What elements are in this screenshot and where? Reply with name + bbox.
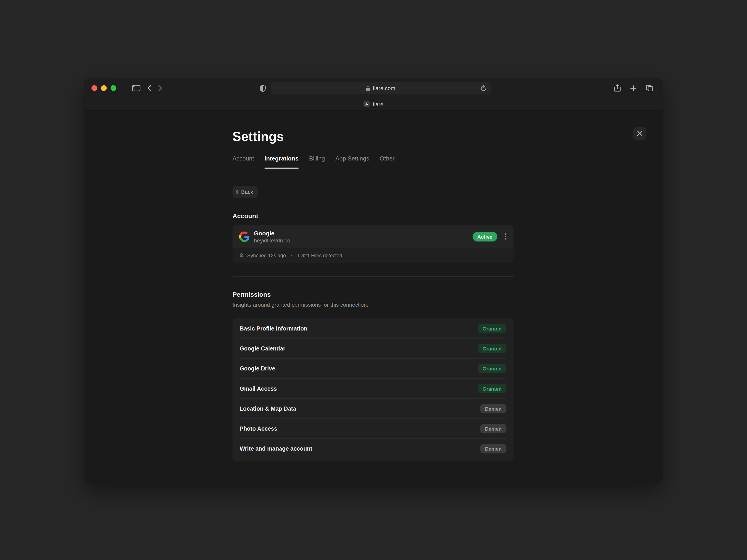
permissions-subtitle: Insights around granted permissions for … (232, 302, 368, 308)
tab-integrations[interactable]: Integrations (264, 155, 299, 168)
settings-tabs: Account Integrations Billing App Setting… (232, 155, 395, 168)
permission-row: Photo Access Denied (239, 419, 506, 438)
permission-status-badge: Denied (480, 444, 506, 454)
permission-label: Gmail Access (239, 385, 277, 392)
desktop: flare.com (0, 0, 747, 560)
settings-page: Settings Account Integrations Billing Ap… (84, 110, 663, 483)
tab-title: flare (372, 101, 383, 107)
section-divider (232, 276, 514, 277)
tab-billing[interactable]: Billing (309, 155, 325, 168)
integration-card: Google hey@kevdu.co Active ⚙ Synched 12s… (232, 225, 514, 263)
dot-separator: • (291, 252, 292, 258)
integration-provider: Google (254, 230, 290, 236)
lock-icon (366, 86, 370, 91)
minimize-window-button[interactable] (101, 85, 107, 91)
browser-toolbar: flare.com (84, 78, 663, 98)
status-badge: Active (472, 232, 497, 241)
close-window-button[interactable] (92, 85, 97, 91)
permission-label: Photo Access (239, 425, 277, 432)
forward-nav-icon[interactable] (158, 85, 162, 91)
permission-status-badge: Granted (478, 364, 506, 373)
google-logo-icon (239, 231, 250, 242)
permissions-panel: Basic Profile Information Granted Google… (232, 318, 514, 462)
back-button-label: Back (241, 189, 253, 195)
privacy-shield-icon[interactable] (260, 84, 266, 91)
permission-row: Write and manage account Denied (239, 438, 506, 458)
permission-row: Location & Map Data Denied (239, 399, 506, 419)
permission-status-badge: Granted (478, 324, 506, 333)
browser-window: flare.com (84, 78, 663, 483)
back-nav-icon[interactable] (147, 85, 151, 91)
address-bar[interactable]: flare.com (271, 82, 491, 95)
integration-email: hey@kevdu.co (254, 237, 290, 243)
chevron-left-icon (236, 190, 239, 194)
permission-label: Location & Map Data (239, 405, 296, 412)
close-settings-button[interactable] (633, 127, 647, 140)
tabs-divider (84, 169, 663, 170)
traffic-lights (92, 85, 116, 91)
files-detected-text: 1.321 Files detected (297, 252, 342, 258)
tab-app-settings[interactable]: App Settings (335, 155, 369, 168)
new-tab-icon[interactable] (630, 85, 637, 91)
permission-label: Google Calendar (239, 345, 285, 352)
permission-label: Write and manage account (239, 445, 312, 452)
sync-status-text: Synched 12s ago (247, 252, 286, 258)
integration-card-main[interactable]: Google hey@kevdu.co Active (232, 225, 514, 248)
reload-icon[interactable] (481, 85, 486, 91)
back-button[interactable]: Back (232, 186, 258, 197)
permission-status-badge: Denied (480, 404, 506, 413)
sync-status-bar: ⚙ Synched 12s ago • 1.321 Files detected (232, 248, 514, 263)
permission-row: Google Calendar Granted (239, 339, 506, 359)
address-text: flare.com (373, 85, 395, 91)
tab-bar[interactable]: F flare (84, 98, 663, 110)
tab-account[interactable]: Account (232, 155, 254, 168)
permission-row: Basic Profile Information Granted (239, 319, 506, 339)
permissions-heading: Permissions (232, 291, 271, 298)
kebab-menu-icon[interactable] (504, 233, 507, 240)
share-icon[interactable] (614, 84, 621, 92)
tab-other[interactable]: Other (380, 155, 395, 168)
browser-chrome: flare.com (84, 78, 663, 110)
permission-row: Gmail Access Granted (239, 379, 506, 399)
permission-row: Google Drive Granted (239, 359, 506, 379)
tab-favicon: F (364, 101, 370, 107)
permission-label: Basic Profile Information (239, 325, 307, 331)
gear-icon: ⚙ (239, 252, 244, 258)
zoom-window-button[interactable] (110, 85, 116, 91)
permission-status-badge: Granted (478, 344, 506, 353)
permission-status-badge: Denied (480, 424, 506, 433)
sidebar-toggle-icon[interactable] (132, 85, 140, 91)
permission-status-badge: Granted (478, 383, 506, 393)
tab-overview-icon[interactable] (646, 85, 653, 91)
page-title: Settings (232, 130, 284, 144)
permission-label: Google Drive (239, 365, 275, 372)
account-section-heading: Account (232, 212, 258, 219)
